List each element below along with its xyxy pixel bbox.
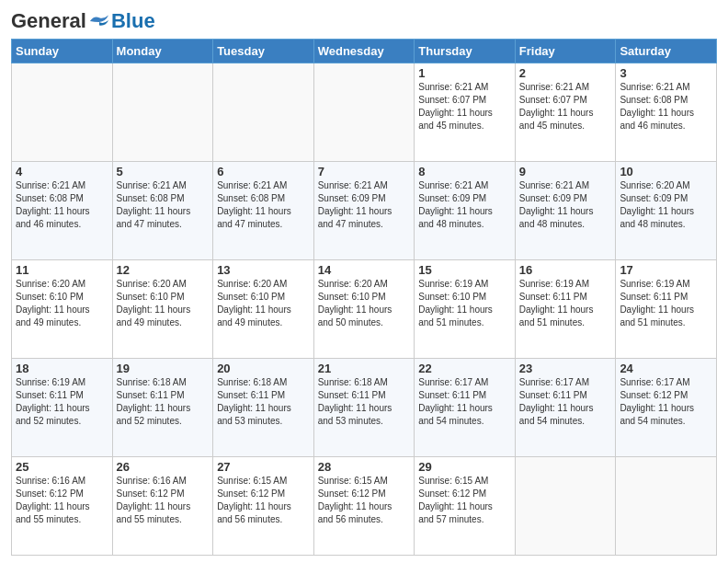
week-row-3: 11Sunrise: 6:20 AM Sunset: 6:10 PM Dayli… <box>12 260 717 359</box>
day-cell: 12Sunrise: 6:20 AM Sunset: 6:10 PM Dayli… <box>112 260 213 359</box>
day-info: Sunrise: 6:16 AM Sunset: 6:12 PM Dayligh… <box>16 475 108 526</box>
day-info: Sunrise: 6:19 AM Sunset: 6:11 PM Dayligh… <box>519 278 612 329</box>
day-number: 21 <box>318 362 411 375</box>
day-cell: 2Sunrise: 6:21 AM Sunset: 6:07 PM Daylig… <box>515 63 616 162</box>
day-number: 15 <box>418 263 511 277</box>
day-info: Sunrise: 6:19 AM Sunset: 6:11 PM Dayligh… <box>16 376 108 428</box>
day-info: Sunrise: 6:21 AM Sunset: 6:07 PM Dayligh… <box>418 81 511 132</box>
day-cell: 4Sunrise: 6:21 AM Sunset: 6:08 PM Daylig… <box>12 162 113 260</box>
day-info: Sunrise: 6:20 AM Sunset: 6:09 PM Dayligh… <box>620 179 712 231</box>
day-info: Sunrise: 6:21 AM Sunset: 6:09 PM Dayligh… <box>519 179 612 231</box>
day-info: Sunrise: 6:19 AM Sunset: 6:10 PM Dayligh… <box>418 278 511 329</box>
day-number: 10 <box>620 165 712 178</box>
weekday-header-sunday: Sunday <box>12 40 113 63</box>
day-cell: 9Sunrise: 6:21 AM Sunset: 6:09 PM Daylig… <box>515 162 616 260</box>
day-cell: 15Sunrise: 6:19 AM Sunset: 6:10 PM Dayli… <box>415 260 516 359</box>
day-cell: 13Sunrise: 6:20 AM Sunset: 6:10 PM Dayli… <box>213 260 314 359</box>
day-cell: 26Sunrise: 6:16 AM Sunset: 6:12 PM Dayli… <box>112 457 213 556</box>
day-number: 24 <box>620 362 712 375</box>
week-row-5: 25Sunrise: 6:16 AM Sunset: 6:12 PM Dayli… <box>12 457 717 556</box>
day-cell: 29Sunrise: 6:15 AM Sunset: 6:12 PM Dayli… <box>415 457 516 556</box>
day-cell: 11Sunrise: 6:20 AM Sunset: 6:10 PM Dayli… <box>12 260 113 359</box>
day-cell: 8Sunrise: 6:21 AM Sunset: 6:09 PM Daylig… <box>415 162 516 260</box>
day-cell: 14Sunrise: 6:20 AM Sunset: 6:10 PM Dayli… <box>313 260 415 359</box>
logo-blue: Blue <box>111 9 155 33</box>
day-cell: 7Sunrise: 6:21 AM Sunset: 6:09 PM Daylig… <box>313 162 415 260</box>
page: GeneralBlue SundayMondayTuesdayWednesday… <box>0 0 728 563</box>
day-cell: 23Sunrise: 6:17 AM Sunset: 6:11 PM Dayli… <box>515 359 616 457</box>
day-info: Sunrise: 6:21 AM Sunset: 6:09 PM Dayligh… <box>418 179 511 231</box>
day-cell: 10Sunrise: 6:20 AM Sunset: 6:09 PM Dayli… <box>616 162 717 260</box>
weekday-header-wednesday: Wednesday <box>313 40 415 63</box>
weekday-header-tuesday: Tuesday <box>213 40 314 63</box>
day-cell: 16Sunrise: 6:19 AM Sunset: 6:11 PM Dayli… <box>515 260 616 359</box>
day-info: Sunrise: 6:19 AM Sunset: 6:11 PM Dayligh… <box>620 278 712 329</box>
day-cell: 18Sunrise: 6:19 AM Sunset: 6:11 PM Dayli… <box>12 359 113 457</box>
day-info: Sunrise: 6:20 AM Sunset: 6:10 PM Dayligh… <box>318 278 411 329</box>
weekday-header-friday: Friday <box>515 40 616 63</box>
day-info: Sunrise: 6:21 AM Sunset: 6:09 PM Dayligh… <box>318 179 411 231</box>
day-number: 19 <box>117 362 210 375</box>
day-cell: 20Sunrise: 6:18 AM Sunset: 6:11 PM Dayli… <box>213 359 314 457</box>
day-info: Sunrise: 6:17 AM Sunset: 6:11 PM Dayligh… <box>418 376 511 428</box>
bird-icon <box>89 14 109 29</box>
day-number: 22 <box>418 362 511 375</box>
day-number: 7 <box>318 165 411 178</box>
day-info: Sunrise: 6:17 AM Sunset: 6:12 PM Dayligh… <box>620 376 712 428</box>
day-cell <box>616 457 717 556</box>
logo-text: GeneralBlue <box>11 9 155 33</box>
day-cell: 21Sunrise: 6:18 AM Sunset: 6:11 PM Dayli… <box>313 359 415 457</box>
day-cell <box>313 63 415 162</box>
day-cell: 19Sunrise: 6:18 AM Sunset: 6:11 PM Dayli… <box>112 359 213 457</box>
day-info: Sunrise: 6:18 AM Sunset: 6:11 PM Dayligh… <box>117 376 210 428</box>
day-info: Sunrise: 6:21 AM Sunset: 6:07 PM Dayligh… <box>519 81 612 132</box>
week-row-1: 1Sunrise: 6:21 AM Sunset: 6:07 PM Daylig… <box>12 63 717 162</box>
day-info: Sunrise: 6:20 AM Sunset: 6:10 PM Dayligh… <box>117 278 210 329</box>
day-cell: 1Sunrise: 6:21 AM Sunset: 6:07 PM Daylig… <box>415 63 516 162</box>
day-number: 4 <box>16 165 108 178</box>
weekday-header-row: SundayMondayTuesdayWednesdayThursdayFrid… <box>12 40 717 63</box>
day-cell: 22Sunrise: 6:17 AM Sunset: 6:11 PM Dayli… <box>415 359 516 457</box>
day-number: 12 <box>117 263 210 277</box>
day-info: Sunrise: 6:18 AM Sunset: 6:11 PM Dayligh… <box>318 376 411 428</box>
day-cell: 28Sunrise: 6:15 AM Sunset: 6:12 PM Dayli… <box>313 457 415 556</box>
day-cell: 17Sunrise: 6:19 AM Sunset: 6:11 PM Dayli… <box>616 260 717 359</box>
weekday-header-monday: Monday <box>112 40 213 63</box>
day-number: 16 <box>519 263 612 277</box>
day-number: 13 <box>217 263 310 277</box>
day-cell: 5Sunrise: 6:21 AM Sunset: 6:08 PM Daylig… <box>112 162 213 260</box>
day-number: 1 <box>418 66 511 80</box>
day-number: 3 <box>620 66 712 80</box>
logo-general: General <box>11 9 86 33</box>
day-info: Sunrise: 6:21 AM Sunset: 6:08 PM Dayligh… <box>117 179 210 231</box>
day-cell: 25Sunrise: 6:16 AM Sunset: 6:12 PM Dayli… <box>12 457 113 556</box>
day-cell <box>112 63 213 162</box>
day-number: 17 <box>620 263 712 277</box>
day-number: 8 <box>418 165 511 178</box>
header: GeneralBlue <box>11 9 717 33</box>
week-row-4: 18Sunrise: 6:19 AM Sunset: 6:11 PM Dayli… <box>12 359 717 457</box>
day-info: Sunrise: 6:21 AM Sunset: 6:08 PM Dayligh… <box>620 81 712 132</box>
day-info: Sunrise: 6:15 AM Sunset: 6:12 PM Dayligh… <box>217 475 310 526</box>
day-cell <box>12 63 113 162</box>
day-info: Sunrise: 6:20 AM Sunset: 6:10 PM Dayligh… <box>16 278 108 329</box>
day-info: Sunrise: 6:17 AM Sunset: 6:11 PM Dayligh… <box>519 376 612 428</box>
day-number: 6 <box>217 165 310 178</box>
day-number: 14 <box>318 263 411 277</box>
calendar-table: SundayMondayTuesdayWednesdayThursdayFrid… <box>11 39 717 556</box>
day-info: Sunrise: 6:18 AM Sunset: 6:11 PM Dayligh… <box>217 376 310 428</box>
weekday-header-saturday: Saturday <box>616 40 717 63</box>
day-number: 11 <box>16 263 108 277</box>
weekday-header-thursday: Thursday <box>415 40 516 63</box>
day-number: 25 <box>16 460 108 474</box>
logo: GeneralBlue <box>11 9 155 33</box>
day-cell: 24Sunrise: 6:17 AM Sunset: 6:12 PM Dayli… <box>616 359 717 457</box>
day-info: Sunrise: 6:15 AM Sunset: 6:12 PM Dayligh… <box>318 475 411 526</box>
day-number: 9 <box>519 165 612 178</box>
day-info: Sunrise: 6:20 AM Sunset: 6:10 PM Dayligh… <box>217 278 310 329</box>
day-info: Sunrise: 6:21 AM Sunset: 6:08 PM Dayligh… <box>16 179 108 231</box>
day-info: Sunrise: 6:15 AM Sunset: 6:12 PM Dayligh… <box>418 475 511 526</box>
day-number: 18 <box>16 362 108 375</box>
day-cell <box>515 457 616 556</box>
day-number: 20 <box>217 362 310 375</box>
